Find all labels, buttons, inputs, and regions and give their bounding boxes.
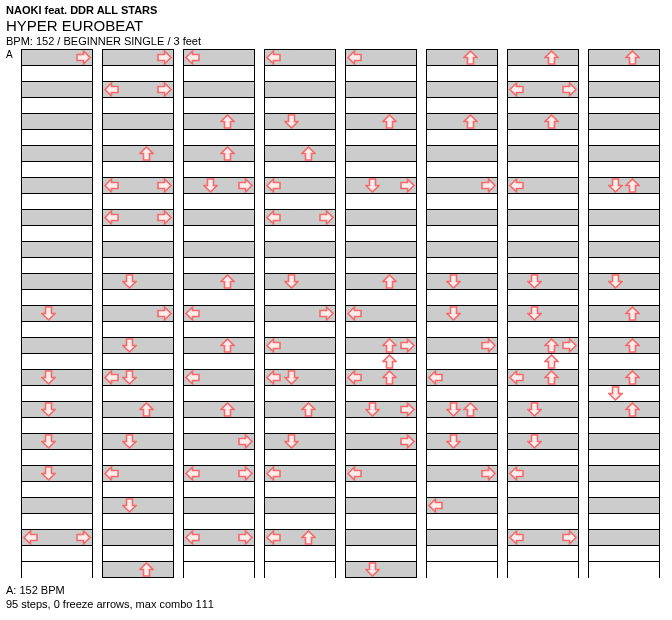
lane-slot <box>318 50 336 65</box>
lane-slot <box>508 274 526 289</box>
beat-row <box>265 370 335 386</box>
lane-slot <box>57 50 75 65</box>
beat-row <box>589 322 659 338</box>
beat-row <box>427 98 497 114</box>
lane-slot <box>480 498 498 513</box>
lane-slot <box>561 178 579 193</box>
beat-row <box>103 322 173 338</box>
lane-slot <box>103 562 121 577</box>
lane-slot <box>40 402 58 417</box>
arrow-left-icon <box>428 370 443 385</box>
lane-slot <box>642 306 660 321</box>
arrow-down-icon <box>41 306 56 321</box>
beat-row <box>103 482 173 498</box>
beat-row <box>508 514 578 530</box>
lane-slot <box>265 466 283 481</box>
beat-row <box>508 306 578 322</box>
lane-slot <box>156 178 174 193</box>
lane-slot <box>138 210 156 225</box>
lane-slot <box>57 434 75 449</box>
beat-row <box>508 146 578 162</box>
lane-slot <box>508 50 526 65</box>
lane-slot <box>103 82 121 97</box>
beat-row <box>103 130 173 146</box>
lane-slot <box>589 306 607 321</box>
lane-slot <box>103 498 121 513</box>
bpm-label: A: 152 BPM <box>6 584 666 596</box>
arrow-right-icon <box>319 306 334 321</box>
beat-row <box>589 146 659 162</box>
beat-row <box>184 210 254 226</box>
lane-slot <box>318 146 336 161</box>
beat-row <box>589 210 659 226</box>
beat-row <box>508 338 578 354</box>
beat-row <box>427 210 497 226</box>
lane-slot <box>381 562 399 577</box>
lane-slot <box>138 498 156 513</box>
lane-slot <box>607 386 625 401</box>
arrow-up-icon <box>301 530 316 545</box>
lane-slot <box>480 178 498 193</box>
beat-row <box>22 338 92 354</box>
lane-slot <box>138 146 156 161</box>
lane-slot <box>624 178 642 193</box>
lane-slot <box>265 530 283 545</box>
lane-slot <box>202 146 220 161</box>
lane-slot <box>427 370 445 385</box>
lane-slot <box>300 178 318 193</box>
lane-slot <box>184 274 202 289</box>
beat-row <box>346 482 416 498</box>
beat-row <box>427 194 497 210</box>
beat-row <box>508 162 578 178</box>
arrow-right-icon <box>76 50 91 65</box>
lane-slot <box>624 50 642 65</box>
lane-slot <box>399 466 417 481</box>
lane-slot <box>364 370 382 385</box>
lane-slot <box>364 402 382 417</box>
beat-row <box>265 130 335 146</box>
lane-slot <box>138 402 156 417</box>
lane-slot <box>589 386 607 401</box>
beat-row <box>346 98 416 114</box>
lane-slot <box>219 146 237 161</box>
lane-slot <box>283 402 301 417</box>
lane-slot <box>103 466 121 481</box>
lane-slot <box>480 114 498 129</box>
beat-row <box>22 66 92 82</box>
lane-slot <box>642 274 660 289</box>
arrow-down-icon <box>41 370 56 385</box>
beat-row <box>184 146 254 162</box>
lane-slot <box>103 306 121 321</box>
lane-slot <box>462 50 480 65</box>
lane-slot <box>103 178 121 193</box>
arrow-up-icon <box>625 338 640 353</box>
arrow-down-icon <box>122 338 137 353</box>
arrow-down-icon <box>122 370 137 385</box>
lane-slot <box>427 114 445 129</box>
beat-row <box>265 274 335 290</box>
lane-slot <box>399 370 417 385</box>
arrow-down-icon <box>41 466 56 481</box>
beat-row <box>589 82 659 98</box>
lane-slot <box>265 434 283 449</box>
lane-slot <box>543 530 561 545</box>
lane-slot <box>40 530 58 545</box>
beat-row <box>103 530 173 546</box>
stepchart-column <box>507 49 579 578</box>
beat-row <box>427 386 497 402</box>
lane-slot <box>346 434 364 449</box>
beat-row <box>184 274 254 290</box>
lane-slot <box>589 338 607 353</box>
lane-slot <box>364 306 382 321</box>
beat-row <box>184 546 254 562</box>
lane-slot <box>219 50 237 65</box>
lane-slot <box>265 306 283 321</box>
lane-slot <box>40 370 58 385</box>
lane-slot <box>265 402 283 417</box>
lane-slot <box>237 466 255 481</box>
beat-row <box>589 418 659 434</box>
stepchart-column <box>588 49 660 578</box>
beat-row <box>508 210 578 226</box>
beat-row <box>346 194 416 210</box>
beat-row <box>508 274 578 290</box>
